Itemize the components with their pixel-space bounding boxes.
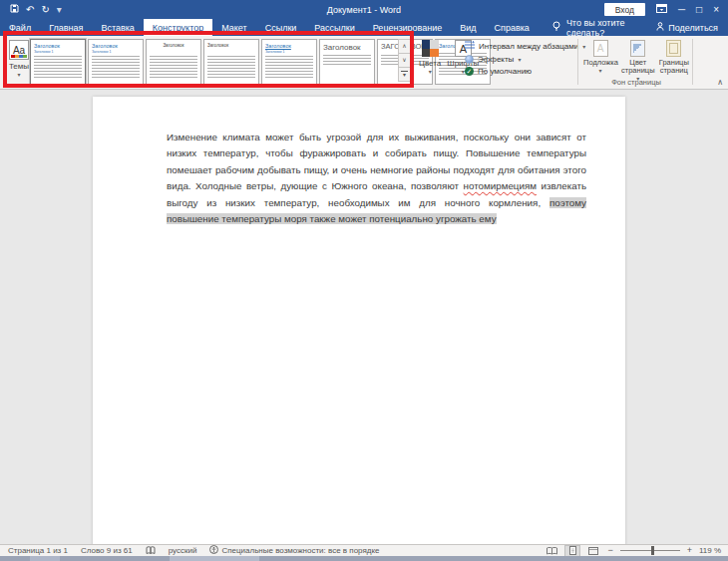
style-set-thumbnail[interactable]: Заголовок bbox=[319, 39, 375, 85]
sample-text-lines bbox=[150, 56, 197, 80]
misspelled-word: нотомирмециям bbox=[464, 180, 537, 191]
page-indicator[interactable]: Страница 1 из 1 bbox=[8, 546, 68, 555]
gallery-more-icon[interactable]: ▾ bbox=[398, 67, 411, 82]
watermark-label: Подложка bbox=[583, 59, 617, 67]
accessibility-status[interactable]: Специальные возможности: все в порядке bbox=[209, 545, 379, 556]
web-layout-button[interactable] bbox=[586, 546, 600, 556]
zoom-level[interactable]: 119 % bbox=[699, 546, 721, 555]
page-background-group: Подложка ▾ Цвет страницы ▾ Границы стран… bbox=[583, 40, 689, 83]
sample-text-lines bbox=[323, 55, 371, 67]
tab-layout[interactable]: Макет bbox=[212, 19, 255, 36]
tab-view[interactable]: Вид bbox=[451, 19, 485, 36]
sample-text-lines bbox=[207, 56, 255, 80]
tab-file[interactable]: Файл bbox=[0, 19, 40, 36]
sign-in-button[interactable]: Вход bbox=[604, 3, 645, 16]
tab-mailings[interactable]: Рассылки bbox=[305, 19, 363, 36]
group-separator bbox=[577, 39, 578, 85]
page-color-label: Цвет страницы bbox=[621, 59, 655, 75]
effects-button[interactable]: Эффекты ▾ bbox=[465, 55, 585, 64]
sample-text-lines bbox=[92, 56, 140, 80]
chevron-down-icon: ▾ bbox=[583, 67, 617, 75]
title-bar: ↶ ↻ ▾ Документ1 - Word Вход ─ □ × bbox=[0, 0, 728, 19]
tab-references[interactable]: Ссылки bbox=[256, 19, 306, 36]
effects-icon bbox=[465, 55, 474, 64]
sample-text-lines bbox=[34, 56, 82, 80]
print-layout-button[interactable] bbox=[565, 546, 579, 556]
read-mode-button[interactable] bbox=[545, 546, 558, 556]
themes-button[interactable]: Aa Темы ▾ bbox=[7, 40, 31, 78]
document-area: Изменение климата может быть угрозой для… bbox=[0, 90, 728, 544]
collapse-ribbon-icon[interactable]: ∧ bbox=[717, 78, 723, 87]
share-label: Поделиться bbox=[668, 23, 718, 33]
colors-label: Цвета bbox=[419, 59, 441, 68]
lightbulb-icon bbox=[552, 21, 560, 34]
themes-label: Темы bbox=[7, 62, 31, 71]
page-borders-icon bbox=[666, 40, 681, 57]
group-separator bbox=[692, 39, 693, 85]
save-icon[interactable] bbox=[10, 4, 19, 15]
chevron-down-icon: ▾ bbox=[518, 56, 521, 63]
set-as-default-button[interactable]: ✓ По умолчанию bbox=[465, 67, 585, 76]
page-color-button[interactable]: Цвет страницы ▾ bbox=[621, 40, 655, 83]
ribbon-tab-row: Файл Главная Вставка Конструктор Макет С… bbox=[0, 19, 728, 36]
colors-button[interactable]: Цвета ▾ bbox=[419, 40, 441, 75]
themes-icon: Aa bbox=[9, 40, 29, 60]
paragraph-spacing-icon bbox=[465, 41, 475, 52]
status-bar: Страница 1 из 1 Слово 9 из 61 русский Сп… bbox=[0, 544, 728, 556]
tell-me-label: Что вы хотите сделать? bbox=[566, 18, 656, 38]
word-count-indicator[interactable]: Слово 9 из 61 bbox=[81, 546, 133, 555]
paragraph-spacing-button[interactable]: Интервал между абзацами ▾ bbox=[465, 41, 585, 52]
sample-text-lines bbox=[265, 56, 313, 80]
zoom-slider[interactable] bbox=[620, 546, 680, 555]
watermark-button[interactable]: Подложка ▾ bbox=[583, 40, 617, 83]
gallery-scroll-controls: ∧ ∨ ▾ bbox=[398, 39, 411, 81]
minimize-button[interactable]: ─ bbox=[678, 5, 685, 15]
chevron-down-icon: ▾ bbox=[419, 68, 441, 75]
quick-access-toolbar: ↶ ↻ ▾ bbox=[0, 4, 62, 15]
style-set-thumbnail[interactable]: Заголовок Заголовок 1 bbox=[88, 39, 144, 85]
chevron-down-icon: ▾ bbox=[7, 71, 31, 78]
zoom-out-button[interactable]: − bbox=[607, 546, 612, 555]
style-set-thumbnail[interactable]: Заголовок Заголовок 1 bbox=[30, 39, 86, 85]
qat-customize-icon[interactable]: ▾ bbox=[57, 5, 62, 15]
accessibility-icon bbox=[209, 545, 218, 556]
checkmark-icon: ✓ bbox=[465, 67, 474, 76]
ribbon-display-options-icon[interactable] bbox=[656, 4, 667, 15]
windows-taskbar-sliver bbox=[0, 556, 728, 561]
person-icon bbox=[656, 22, 664, 33]
close-button[interactable]: × bbox=[713, 5, 719, 15]
zoom-in-button[interactable]: + bbox=[687, 546, 692, 555]
tab-insert[interactable]: Вставка bbox=[92, 19, 143, 36]
style-set-thumbnail[interactable]: Заголовок Заголовок 1 bbox=[261, 39, 317, 85]
share-button[interactable]: Поделиться bbox=[656, 19, 728, 36]
tab-review[interactable]: Рецензирование bbox=[364, 19, 452, 36]
ribbon: Aa Темы ▾ Заголовок Заголовок 1 Заголово… bbox=[0, 36, 728, 90]
tell-me-search[interactable]: Что вы хотите сделать? bbox=[552, 19, 656, 36]
undo-icon[interactable]: ↶ bbox=[26, 5, 34, 15]
paragraph-spacing-label: Интервал между абзацами bbox=[479, 42, 578, 51]
tab-help[interactable]: Справка bbox=[486, 19, 539, 36]
document-page[interactable]: Изменение климата может быть угрозой для… bbox=[93, 97, 625, 544]
effects-label: Эффекты bbox=[478, 55, 514, 64]
proofing-icon[interactable] bbox=[146, 546, 156, 555]
redo-icon[interactable]: ↻ bbox=[41, 5, 49, 15]
gallery-scroll-up-icon[interactable]: ∧ bbox=[398, 39, 411, 54]
page-color-icon bbox=[630, 40, 645, 57]
page-borders-label: Границы страниц bbox=[659, 59, 689, 75]
tab-home[interactable]: Главная bbox=[40, 19, 92, 36]
style-set-thumbnail[interactable]: Заголовок Заголовок 1 bbox=[146, 39, 201, 85]
set-as-default-label: По умолчанию bbox=[478, 67, 532, 76]
page-background-group-label: Фон страницы bbox=[583, 78, 689, 87]
language-indicator[interactable]: русский bbox=[169, 546, 197, 555]
word-window: ↶ ↻ ▾ Документ1 - Word Вход ─ □ × Файл Г… bbox=[0, 0, 728, 561]
maximize-button[interactable]: □ bbox=[696, 5, 702, 15]
document-text[interactable]: Изменение климата может быть угрозой для… bbox=[167, 130, 586, 227]
page-borders-button[interactable]: Границы страниц bbox=[659, 40, 689, 83]
style-set-thumbnail[interactable]: Заголовок Заголовок 1 bbox=[203, 39, 259, 85]
tab-design[interactable]: Конструктор bbox=[144, 19, 212, 36]
colors-icon bbox=[422, 40, 439, 57]
watermark-icon bbox=[593, 40, 608, 57]
gallery-scroll-down-icon[interactable]: ∨ bbox=[398, 53, 411, 68]
